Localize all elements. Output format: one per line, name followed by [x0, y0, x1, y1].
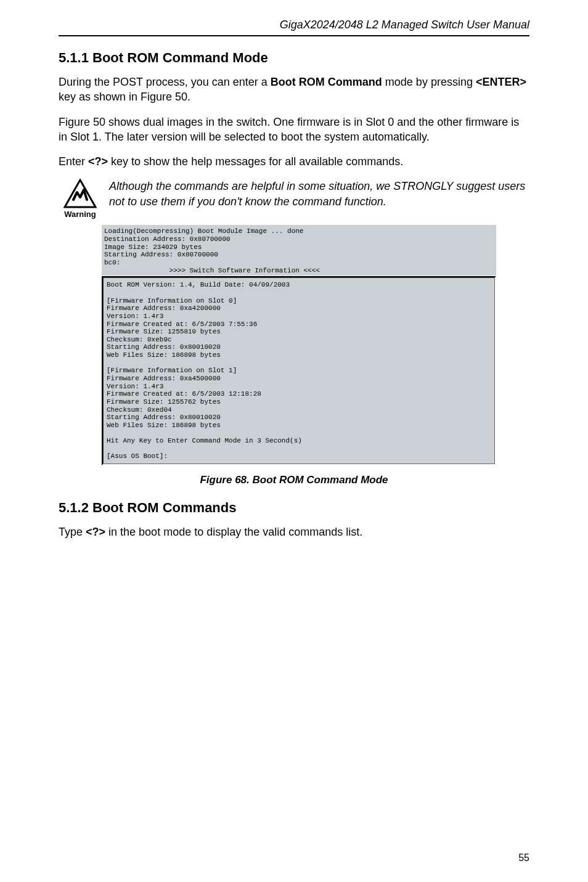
text: key to show the help messages for all av…: [108, 155, 403, 168]
bold-text: <?>: [88, 155, 108, 168]
svg-marker-0: [65, 180, 96, 207]
terminal-body-lines: Boot ROM Version: 1.4, Build Date: 04/09…: [102, 276, 496, 465]
warning-label: Warning: [59, 210, 102, 219]
warning-block: Warning Although the commands are helpfu…: [59, 179, 529, 219]
para-511-1: During the POST process, you can enter a…: [59, 75, 529, 105]
header-rule: [59, 35, 529, 36]
text: Type: [59, 526, 86, 538]
figure-caption: Figure 68. Boot ROM Command Mode: [59, 474, 529, 486]
text: in the boot mode to display the valid co…: [105, 526, 362, 538]
para-512-1: Type <?> in the boot mode to display the…: [59, 525, 529, 539]
text: During the POST process, you can enter a: [59, 76, 271, 88]
text: key as shown in Figure 50.: [59, 91, 190, 103]
para-511-2: Figure 50 shows dual images in the switc…: [59, 115, 529, 145]
terminal-header-lines: Loading(Decompressing) Boot Module Image…: [102, 225, 496, 276]
bold-text: Boot ROM Command: [271, 76, 382, 88]
running-header: GigaX2024/2048 L2 Managed Switch User Ma…: [59, 18, 529, 35]
warning-text: Although the commands are helpful in som…: [102, 179, 529, 209]
warning-icon-box: Warning: [59, 179, 102, 219]
warning-icon: [63, 179, 97, 208]
heading-511: 5.1.1 Boot ROM Command Mode: [59, 50, 529, 66]
page: GigaX2024/2048 L2 Managed Switch User Ma…: [0, 0, 588, 882]
text: Enter: [59, 155, 88, 168]
page-number: 55: [518, 852, 529, 864]
text: mode by pressing: [382, 76, 476, 88]
bold-text: <?>: [86, 526, 105, 538]
terminal-screenshot: Loading(Decompressing) Boot Module Image…: [102, 225, 496, 465]
bold-text: <ENTER>: [476, 76, 526, 88]
heading-512: 5.1.2 Boot ROM Commands: [59, 500, 529, 516]
para-511-3: Enter <?> key to show the help messages …: [59, 154, 529, 169]
